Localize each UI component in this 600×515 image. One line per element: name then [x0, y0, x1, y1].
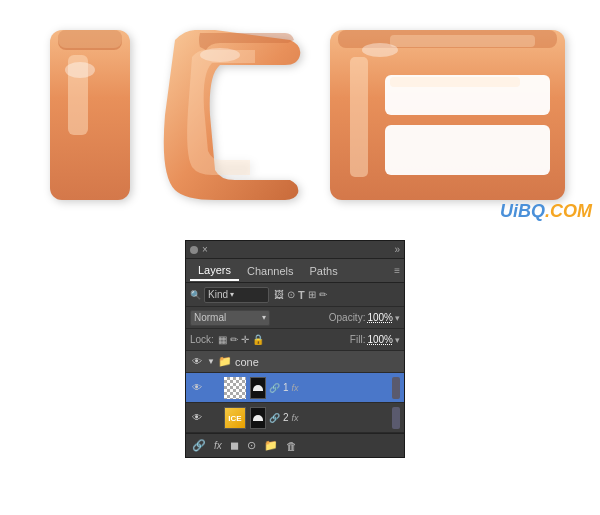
- titlebar-left: ×: [190, 244, 208, 255]
- svg-rect-6: [385, 125, 550, 175]
- svg-rect-10: [390, 77, 520, 87]
- layer2-fx-badge: fx: [292, 413, 299, 423]
- lock-label: Lock:: [190, 334, 214, 345]
- fill-label: Fill:: [350, 334, 366, 345]
- layer-row-1[interactable]: 👁 🔗 1 fx: [186, 373, 404, 403]
- group-name: cone: [235, 356, 400, 368]
- layer1-fx-badge: fx: [292, 383, 299, 393]
- layer1-mask-shape: [253, 385, 263, 391]
- layer-group-cone[interactable]: 👁 ▼ 📁 cone: [186, 351, 404, 373]
- delete-layer-icon[interactable]: 🗑: [286, 440, 297, 452]
- collapse-button[interactable]: »: [394, 244, 400, 255]
- layer2-visibility-icon[interactable]: 👁: [190, 411, 204, 425]
- layer-row-2[interactable]: 👁 ICE 🔗 2 fx: [186, 403, 404, 433]
- group-folder-icon: 📁: [218, 355, 232, 368]
- filter-adjust-icon[interactable]: ⊙: [287, 289, 295, 300]
- layer2-mask: [250, 407, 266, 429]
- tab-layers[interactable]: Layers: [190, 261, 239, 281]
- lock-paint-icon[interactable]: ✏: [230, 334, 238, 345]
- layer2-scroll-indicator: [392, 407, 400, 429]
- opacity-label: Opacity:: [329, 312, 366, 323]
- svg-rect-8: [350, 57, 368, 177]
- tab-paths[interactable]: Paths: [302, 262, 346, 280]
- panel-tabs: Layers Channels Paths ≡: [186, 259, 404, 283]
- close-x[interactable]: ×: [202, 244, 208, 255]
- canvas: × » Layers Channels Paths ≡ 🔍 Kind ▾ 🖼 ⊙…: [0, 0, 600, 230]
- ice-svg: [20, 15, 580, 215]
- lock-icons: ▦ ✏ ✛ 🔒: [218, 334, 264, 345]
- svg-rect-3: [58, 30, 122, 48]
- watermark-part1: UiBQ: [500, 201, 545, 221]
- ice-text-display: [10, 15, 590, 215]
- layers-panel: × » Layers Channels Paths ≡ 🔍 Kind ▾ 🖼 ⊙…: [185, 240, 405, 458]
- filter-icons: 🖼 ⊙ T ⊞ ✏: [274, 289, 327, 301]
- add-adjustment-icon[interactable]: ⊙: [247, 439, 256, 452]
- panel-titlebar: × »: [186, 241, 404, 259]
- blend-mode-dropdown[interactable]: Normal ▾: [190, 310, 270, 326]
- new-group-icon[interactable]: 📁: [264, 439, 278, 452]
- fill-value[interactable]: 100%: [367, 334, 393, 345]
- layer2-mask-shape: [253, 415, 263, 421]
- layer1-visibility-icon[interactable]: 👁: [190, 381, 204, 395]
- opacity-value[interactable]: 100%: [367, 312, 393, 323]
- layer1-thumbnail: [224, 377, 246, 399]
- link-layers-icon[interactable]: 🔗: [192, 439, 206, 452]
- layer2-thumbnail: ICE: [224, 407, 246, 429]
- panel-bottom-toolbar: 🔗 fx ◼ ⊙ 📁 🗑: [186, 433, 404, 457]
- layer1-chain-icon: 🔗: [269, 383, 280, 393]
- group-expand-icon[interactable]: ▼: [207, 357, 215, 366]
- svg-rect-9: [390, 35, 535, 47]
- lock-transparency-icon[interactable]: ▦: [218, 334, 227, 345]
- layer2-chain-icon: 🔗: [269, 413, 280, 423]
- svg-point-12: [200, 48, 240, 62]
- lock-position-icon[interactable]: ✛: [241, 334, 249, 345]
- watermark-part2: .COM: [545, 201, 592, 221]
- add-mask-icon[interactable]: ◼: [230, 439, 239, 452]
- kind-label: Kind: [208, 289, 228, 300]
- svg-point-11: [65, 62, 95, 78]
- close-button[interactable]: [190, 246, 198, 254]
- svg-rect-0: [50, 30, 130, 200]
- layers-list: 👁 ▼ 📁 cone 👁 🔗 1 fx: [186, 351, 404, 433]
- search-icon: 🔍: [190, 290, 201, 300]
- tab-channels[interactable]: Channels: [239, 262, 301, 280]
- watermark: UiBQ.COM: [500, 199, 592, 222]
- blend-mode-value: Normal: [194, 312, 226, 323]
- filter-text-icon[interactable]: T: [298, 289, 305, 301]
- layer1-mask: [250, 377, 266, 399]
- filter-shape-icon[interactable]: ⊞: [308, 289, 316, 300]
- group-visibility-icon[interactable]: 👁: [190, 355, 204, 369]
- letter-I: [50, 30, 130, 200]
- opacity-arrow: ▾: [395, 313, 400, 323]
- layer1-number: 1: [283, 382, 289, 393]
- layer2-number: 2: [283, 412, 289, 423]
- fill-group: Fill: 100% ▾: [350, 334, 400, 345]
- blend-dropdown-arrow: ▾: [262, 313, 266, 322]
- fill-arrow: ▾: [395, 335, 400, 345]
- lock-row: Lock: ▦ ✏ ✛ 🔒 Fill: 100% ▾: [186, 329, 404, 351]
- opacity-group: Opacity: 100% ▾: [329, 312, 400, 323]
- dropdown-arrow: ▾: [230, 290, 234, 299]
- letter-E: [330, 30, 565, 200]
- blend-mode-row: Normal ▾ Opacity: 100% ▾: [186, 307, 404, 329]
- panel-menu-icon[interactable]: ≡: [394, 265, 400, 276]
- filter-pixel-icon[interactable]: 🖼: [274, 289, 284, 300]
- kind-dropdown[interactable]: Kind ▾: [204, 287, 269, 303]
- lock-all-icon[interactable]: 🔒: [252, 334, 264, 345]
- svg-point-13: [362, 43, 398, 57]
- add-fx-icon[interactable]: fx: [214, 440, 222, 451]
- filter-smart-icon[interactable]: ✏: [319, 289, 327, 300]
- layer1-scroll-indicator: [392, 377, 400, 399]
- filter-row: 🔍 Kind ▾ 🖼 ⊙ T ⊞ ✏: [186, 283, 404, 307]
